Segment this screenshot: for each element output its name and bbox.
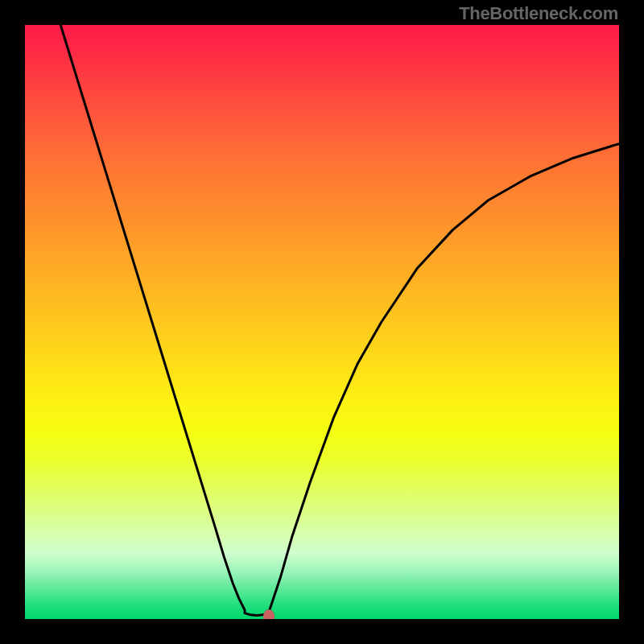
chart-frame: TheBottleneck.com: [0, 0, 644, 644]
plot-area: [25, 25, 619, 619]
marker-dot: [263, 609, 275, 619]
bottleneck-curve: [25, 25, 619, 619]
watermark-text: TheBottleneck.com: [459, 3, 618, 24]
